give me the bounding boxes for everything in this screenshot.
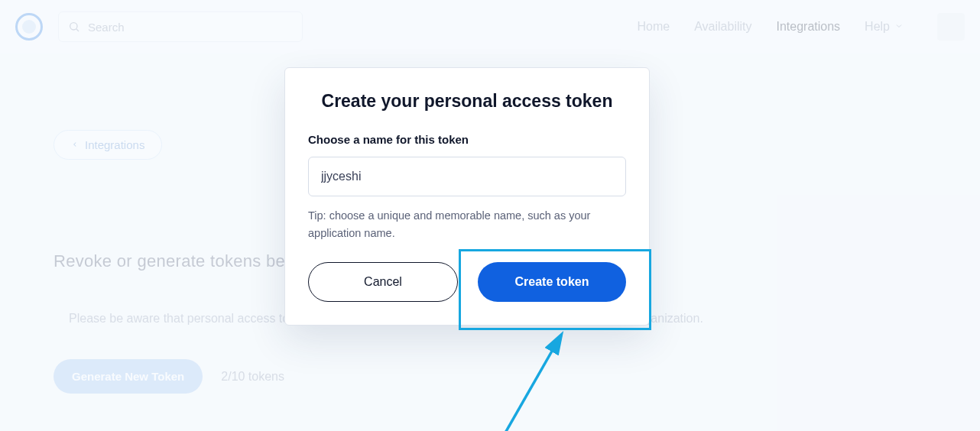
app-logo — [15, 13, 43, 41]
back-to-integrations-button[interactable]: Integrations — [54, 130, 162, 160]
nav-home[interactable]: Home — [638, 20, 670, 34]
nav-help[interactable]: Help — [865, 20, 904, 34]
nav-help-label: Help — [865, 20, 890, 34]
generate-new-token-button[interactable]: Generate New Token — [54, 359, 203, 394]
token-name-tip: Tip: choose a unique and memorable name,… — [308, 207, 626, 242]
generate-row: Generate New Token 2/10 tokens — [54, 359, 926, 394]
create-token-button[interactable]: Create token — [478, 262, 626, 302]
nav-integrations[interactable]: Integrations — [776, 20, 840, 34]
back-label: Integrations — [85, 138, 144, 151]
create-token-modal: Create your personal access token Choose… — [284, 67, 650, 326]
svg-line-1 — [76, 29, 79, 31]
search-field[interactable] — [58, 11, 303, 42]
chevron-down-icon — [894, 20, 904, 34]
modal-title: Create your personal access token — [308, 91, 626, 112]
svg-point-0 — [70, 23, 77, 30]
token-count: 2/10 tokens — [221, 370, 284, 384]
top-bar: Home Availability Integrations Help — [0, 0, 980, 53]
nav-availability[interactable]: Availability — [694, 20, 751, 34]
primary-nav: Home Availability Integrations Help — [638, 13, 965, 41]
search-icon — [68, 21, 80, 33]
modal-actions: Cancel Create token — [308, 262, 626, 302]
token-name-input[interactable] — [308, 157, 626, 196]
chevron-left-icon — [71, 138, 79, 151]
token-name-label: Choose a name for this token — [308, 133, 626, 146]
search-input[interactable] — [88, 21, 293, 34]
cancel-button[interactable]: Cancel — [308, 262, 458, 302]
avatar[interactable] — [937, 13, 965, 41]
